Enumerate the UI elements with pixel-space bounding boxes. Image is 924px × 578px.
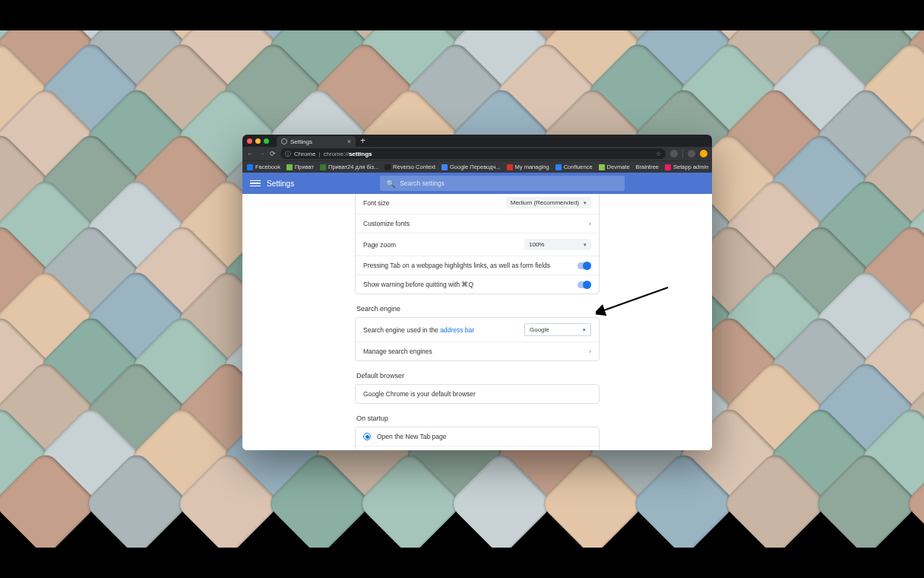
gear-icon xyxy=(281,138,287,144)
page-zoom-dropdown[interactable]: 100% ▾ xyxy=(524,239,591,250)
search-engine-heading: Search engine xyxy=(356,305,600,313)
favicon-icon xyxy=(441,164,448,170)
settings-content[interactable]: Font size Medium (Recommended) ▾ Customi… xyxy=(242,194,712,450)
site-info-icon[interactable]: ⓘ xyxy=(285,150,291,158)
default-browser-heading: Default browser xyxy=(356,372,600,380)
profile-avatar-icon[interactable] xyxy=(700,150,707,157)
row-label: Page zoom xyxy=(363,241,396,249)
reload-button[interactable]: ⟳ xyxy=(270,150,276,157)
bookmark-item[interactable]: Braintree xyxy=(636,164,659,170)
bookmark-item[interactable]: Reverso Context xyxy=(384,164,435,170)
browser-tab[interactable]: Settings × xyxy=(277,136,356,147)
row-label: Show warning before quitting with ⌘Q xyxy=(363,281,473,288)
url-path: settings xyxy=(349,151,372,157)
bookmarks-bar: Facebook Приват Приват24 для біз... Reve… xyxy=(242,160,712,173)
row-label: Font size xyxy=(363,199,390,207)
address-bar[interactable]: ⓘ Chrome | chrome://settings ☆ xyxy=(280,148,666,159)
row-label: Open the New Tab page xyxy=(377,433,447,440)
font-size-row: Font size Medium (Recommended) ▾ xyxy=(356,194,599,214)
window-controls xyxy=(247,138,269,144)
bookmark-item[interactable]: My managing xyxy=(507,164,549,170)
menu-button[interactable] xyxy=(250,180,261,187)
customize-fonts-row[interactable]: Customize fonts › xyxy=(356,214,599,233)
favicon-icon xyxy=(507,164,513,170)
window-minimize-button[interactable] xyxy=(255,138,261,144)
bookmark-star-icon[interactable]: ☆ xyxy=(656,151,661,157)
new-tab-button[interactable]: + xyxy=(360,135,365,146)
caret-down-icon: ▾ xyxy=(584,200,587,206)
bookmark-item[interactable]: Facebook xyxy=(247,164,280,170)
bookmark-item[interactable]: Confluence xyxy=(555,164,593,170)
url-prefix: chrome:// xyxy=(324,151,349,157)
extension-icon[interactable] xyxy=(688,150,695,157)
quit-warning-row: Show warning before quitting with ⌘Q xyxy=(356,275,599,294)
page-zoom-row: Page zoom 100% ▾ xyxy=(356,233,599,256)
on-startup-heading: On startup xyxy=(356,414,600,422)
tab-strip: Settings × + xyxy=(242,135,712,147)
favicon-icon xyxy=(320,164,326,170)
toolbar: ← → ⟳ ⓘ Chrome | chrome://settings ☆ xyxy=(242,147,712,160)
appearance-card: Font size Medium (Recommended) ▾ Customi… xyxy=(355,194,600,294)
window-close-button[interactable] xyxy=(247,138,252,144)
caret-down-icon: ▾ xyxy=(584,242,587,248)
chevron-right-icon: › xyxy=(589,348,591,355)
bookmark-item[interactable]: Приват24 для біз... xyxy=(320,164,378,170)
forward-button[interactable]: → xyxy=(258,150,265,157)
row-label: Customize fonts xyxy=(363,220,410,227)
browser-window: Settings × + ← → ⟳ ⓘ Chrome | chrome://s… xyxy=(242,135,712,450)
quit-warning-toggle[interactable] xyxy=(578,281,591,288)
back-button[interactable]: ← xyxy=(247,150,254,157)
letterbox-bottom xyxy=(0,548,924,578)
favicon-icon xyxy=(599,164,605,170)
tab-highlight-row: Pressing Tab on a webpage highlights lin… xyxy=(356,256,599,275)
address-bar-link[interactable]: address bar xyxy=(440,326,474,334)
on-startup-card: Open the New Tab page Continue where you… xyxy=(355,427,600,450)
bookmark-item[interactable]: Google Переводч... xyxy=(441,164,501,170)
startup-option-newtab[interactable]: Open the New Tab page xyxy=(356,427,599,446)
search-engine-dropdown[interactable]: Google ▾ xyxy=(524,323,591,336)
close-tab-button[interactable]: × xyxy=(347,138,351,145)
tab-highlight-toggle[interactable] xyxy=(578,262,591,269)
radio-button[interactable] xyxy=(363,433,371,440)
default-browser-row: Google Chrome is your default browser xyxy=(356,385,599,403)
search-icon: 🔍 xyxy=(386,179,395,188)
window-maximize-button[interactable] xyxy=(264,138,269,144)
settings-search[interactable]: 🔍 xyxy=(380,176,625,191)
page-title: Settings xyxy=(267,179,294,188)
manage-search-engines-row[interactable]: Manage search engines › xyxy=(356,341,599,360)
url-scheme: Chrome xyxy=(294,151,315,157)
bookmark-item[interactable]: Devmate xyxy=(599,164,630,170)
startup-option-continue[interactable]: Continue where you left off xyxy=(356,446,599,450)
extension-icon[interactable] xyxy=(670,150,678,157)
favicon-icon xyxy=(384,164,391,170)
bookmark-item[interactable]: Приват xyxy=(286,164,314,170)
default-browser-card: Google Chrome is your default browser xyxy=(355,384,600,404)
row-label: Google Chrome is your default browser xyxy=(363,390,476,398)
favicon-icon xyxy=(665,164,671,170)
settings-header: Settings 🔍 xyxy=(242,173,712,194)
row-label: Search engine used in the address bar xyxy=(363,326,474,334)
favicon-icon xyxy=(555,164,562,170)
font-size-dropdown[interactable]: Medium (Recommended) ▾ xyxy=(506,197,591,208)
row-label: Manage search engines xyxy=(363,348,432,355)
search-engine-card: Search engine used in the address bar Go… xyxy=(355,317,600,361)
favicon-icon xyxy=(247,164,253,170)
letterbox-top xyxy=(0,0,924,30)
settings-search-input[interactable] xyxy=(400,179,619,187)
favicon-icon xyxy=(286,164,293,170)
tab-title: Settings xyxy=(290,138,312,145)
search-engine-row: Search engine used in the address bar Go… xyxy=(356,318,599,341)
row-label: Pressing Tab on a webpage highlights lin… xyxy=(363,262,550,269)
bookmark-item[interactable]: Setapp admin xyxy=(665,164,708,170)
caret-down-icon: ▾ xyxy=(583,327,586,333)
chevron-right-icon: › xyxy=(589,220,591,227)
